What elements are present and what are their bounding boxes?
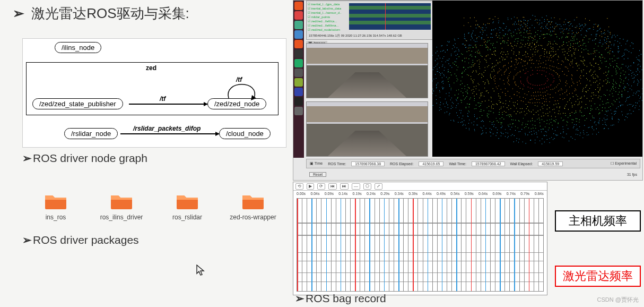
svg-point-825 [584, 49, 584, 50]
bag-toolbar-button[interactable]: ⟳ [317, 183, 325, 190]
svg-point-354 [537, 52, 537, 52]
folder-item[interactable]: ros_ilins_driver [92, 192, 151, 229]
svg-point-193 [510, 66, 511, 67]
svg-point-1165 [620, 75, 621, 76]
launcher-app-icon[interactable] [294, 2, 303, 10]
launcher-app-icon[interactable] [294, 78, 303, 87]
svg-point-1696 [620, 42, 620, 43]
svg-point-636 [474, 96, 475, 96]
svg-point-282 [549, 57, 550, 58]
svg-point-1938 [586, 36, 586, 36]
svg-point-612 [555, 116, 556, 117]
svg-point-871 [577, 118, 577, 119]
svg-point-1736 [632, 106, 633, 107]
svg-point-1378 [578, 130, 578, 131]
svg-point-620 [516, 114, 516, 114]
svg-point-1578 [537, 137, 537, 137]
svg-point-1599 [473, 125, 474, 125]
svg-point-310 [544, 105, 544, 105]
launcher-app-icon[interactable] [294, 88, 303, 96]
svg-point-35 [524, 86, 524, 86]
svg-point-805 [515, 39, 516, 39]
launcher-app-icon[interactable] [294, 69, 303, 77]
svg-point-407 [526, 108, 527, 109]
svg-point-1126 [535, 32, 536, 32]
svg-point-700 [599, 67, 599, 67]
svg-point-988 [604, 58, 605, 58]
svg-point-1613 [445, 106, 445, 107]
svg-point-2108 [541, 55, 541, 56]
svg-point-920 [460, 84, 460, 85]
bag-toolbar-button[interactable]: ⏮ [328, 183, 337, 190]
bag-tick: 0.69s [492, 192, 501, 195]
svg-point-1508 [600, 40, 601, 40]
svg-point-944 [497, 42, 497, 42]
launcher-app-icon[interactable] [294, 59, 303, 67]
svg-point-705 [606, 75, 606, 76]
launcher-app-icon[interactable] [294, 21, 303, 29]
svg-point-1514 [614, 45, 614, 46]
svg-point-2 [547, 81, 547, 81]
launcher-app-icon[interactable] [294, 97, 303, 106]
svg-point-409 [520, 108, 520, 109]
svg-point-1976 [464, 25, 464, 25]
svg-point-863 [596, 109, 596, 109]
bag-toolbar-button[interactable]: ⏭ [340, 183, 349, 190]
launcher-app-icon[interactable] [294, 49, 303, 58]
launcher-app-icon[interactable] [294, 30, 303, 39]
launcher-app-icon[interactable] [294, 11, 303, 20]
svg-point-406 [528, 110, 529, 110]
svg-point-1079 [457, 97, 458, 98]
svg-point-1227 [482, 120, 483, 121]
svg-point-1 [548, 79, 549, 80]
svg-point-77 [513, 79, 514, 79]
svg-point-1246 [451, 89, 451, 90]
folder-item[interactable]: zed-ros-wrapper [224, 192, 282, 229]
folder-item[interactable]: ros_rslidar [158, 192, 216, 229]
svg-point-1684 [588, 29, 588, 29]
svg-point-1933 [555, 51, 556, 52]
svg-point-839 [608, 72, 608, 72]
svg-point-2110 [517, 18, 517, 18]
svg-point-2006 [475, 63, 475, 64]
svg-point-1544 [638, 95, 639, 96]
svg-point-1851 [447, 41, 448, 42]
svg-point-188 [504, 72, 504, 73]
reset-button[interactable]: Reset [309, 172, 326, 177]
svg-point-1557 [605, 124, 606, 125]
launcher-app-icon[interactable] [294, 40, 303, 48]
svg-point-977 [577, 43, 578, 44]
svg-point-115 [543, 96, 544, 96]
svg-point-1206 [543, 129, 543, 129]
launcher-app-icon[interactable] [294, 107, 303, 115]
svg-point-288 [572, 67, 573, 67]
svg-point-1091 [448, 71, 449, 72]
svg-point-645 [473, 81, 473, 82]
svg-point-243 [523, 101, 524, 101]
svg-point-335 [492, 71, 492, 72]
svg-point-278 [533, 56, 533, 56]
rqt-topic-list: ☑ inertial_l.../gps_data☑ inertial_labs/… [308, 2, 342, 32]
svg-point-1799 [460, 122, 461, 123]
bag-toolbar-button[interactable]: — [352, 183, 360, 190]
folder-item[interactable]: ins_ros [27, 192, 85, 229]
svg-point-1638 [445, 52, 446, 53]
bag-toolbar-button[interactable]: ▶ [307, 183, 314, 190]
bag-toolbar-button[interactable]: ⎔ [363, 183, 371, 190]
svg-point-560 [551, 46, 551, 47]
svg-point-942 [491, 43, 491, 44]
bag-toolbar-button[interactable]: ⟲ [295, 183, 303, 190]
svg-point-1670 [549, 21, 550, 22]
svg-point-79 [514, 76, 514, 76]
svg-point-404 [537, 110, 538, 111]
svg-point-1158 [617, 66, 617, 67]
bag-toolbar-button[interactable]: ⤢ [375, 183, 382, 190]
svg-point-1033 [585, 120, 585, 121]
svg-point-1509 [605, 37, 605, 38]
svg-point-22 [547, 78, 547, 79]
svg-point-370 [579, 65, 579, 65]
svg-point-250 [502, 92, 503, 92]
svg-point-82 [518, 72, 518, 73]
svg-point-647 [471, 79, 472, 79]
rqt-timeline-bars [349, 3, 431, 30]
